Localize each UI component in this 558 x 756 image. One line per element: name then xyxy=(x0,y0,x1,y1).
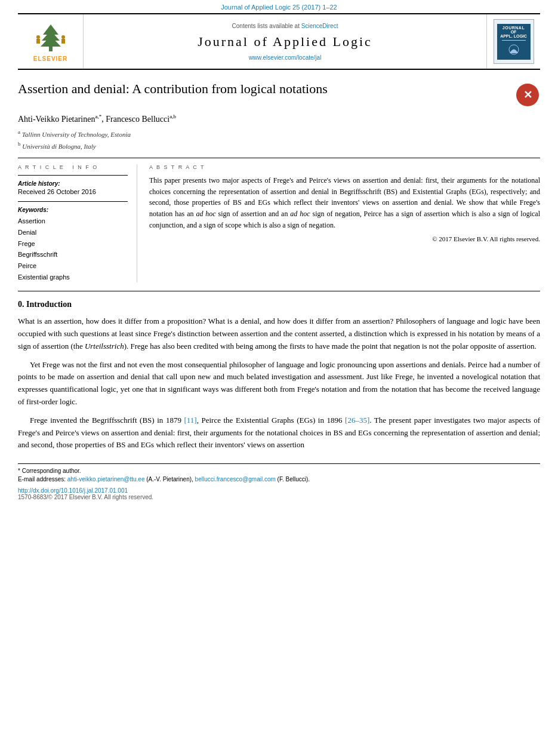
corresponding-author-note: * Corresponding author. xyxy=(18,468,540,474)
sciencedirect-link[interactable]: ScienceDirect xyxy=(301,23,338,29)
article-info-label: A R T I C L E I N F O xyxy=(18,164,128,170)
intro-para1: What is an assertion, how does it differ… xyxy=(18,315,540,352)
elsevier-logo: ELSEVIER xyxy=(30,21,72,62)
journal-title-header: Journal of Applied Logic xyxy=(198,34,372,50)
keyword-peirce: Peirce xyxy=(18,260,128,272)
abstract-text: This paper presents two major aspects of… xyxy=(149,175,540,231)
keywords-divider xyxy=(18,201,128,202)
author1-sup: a,* xyxy=(95,113,101,119)
article-title: Assertion and denial: A contribution fro… xyxy=(18,81,507,98)
intro-para2: Yet Frege was not the first and not even… xyxy=(18,359,540,408)
article-content: Assertion and denial: A contribution fro… xyxy=(0,70,558,500)
keywords-title: Keywords: xyxy=(18,207,128,213)
keywords-list: Assertion Denial Frege Begriffsschrift P… xyxy=(18,216,128,282)
received-date: Received 26 October 2016 xyxy=(18,188,128,195)
abstract-label: A B S T R A C T xyxy=(149,164,540,170)
journal-cover-section: JOURNAL OF APPL. LOGIC xyxy=(486,14,540,69)
copyright-line: © 2017 Elsevier B.V. All rights reserved… xyxy=(149,235,540,242)
email1[interactable]: ahti-veikko.pietarinen@ttu.ee xyxy=(67,476,145,483)
introduction-section: 0. Introduction What is an assertion, ho… xyxy=(18,300,540,451)
keyword-begriffsschrift: Begriffsschrift xyxy=(18,249,128,260)
affiliation-a: a Tallinn University of Technology, Esto… xyxy=(18,128,540,140)
keyword-denial: Denial xyxy=(18,227,128,238)
article-info-column: A R T I C L E I N F O Article history: R… xyxy=(18,164,137,282)
doi-rights-section: http://dx.doi.org/10.1016/j.jal.2017.01.… xyxy=(18,487,540,500)
author1-name: Ahti-Veikko Pietarinen xyxy=(18,115,95,124)
svg-point-4 xyxy=(36,35,40,39)
introduction-heading: 0. Introduction xyxy=(18,300,540,309)
ref-11[interactable]: [11] xyxy=(184,416,196,425)
svg-rect-5 xyxy=(36,39,40,44)
doi-url[interactable]: http://dx.doi.org/10.1016/j.jal.2017.01.… xyxy=(18,487,540,494)
article-title-section: Assertion and denial: A contribution fro… xyxy=(18,70,540,113)
email-addresses-note: E-mail addresses: ahti-veikko.pietarinen… xyxy=(18,476,540,483)
abstract-column: A B S T R A C T This paper presents two … xyxy=(149,164,540,282)
svg-rect-7 xyxy=(61,39,65,44)
email2[interactable]: bellucci.francesco@gmail.com xyxy=(195,476,276,483)
journal-url[interactable]: www.elsevier.com/locate/jal xyxy=(249,54,322,61)
crossmark-icon: ✕ xyxy=(516,84,539,106)
rights-statement: 1570-8683/© 2017 Elsevier B.V. All right… xyxy=(18,494,540,500)
sciencedirect-prefix: Contents lists available at xyxy=(232,23,300,29)
author2-sup: a,b xyxy=(169,113,176,119)
keyword-frege: Frege xyxy=(18,238,128,250)
article-history-title: Article history: xyxy=(18,180,128,187)
sciencedirect-line: Contents lists available at ScienceDirec… xyxy=(232,23,338,29)
divider-after-affiliations xyxy=(18,158,540,158)
crossmark-badge[interactable]: ✕ xyxy=(516,84,540,107)
elsevier-logo-section: ELSEVIER xyxy=(18,14,84,69)
svg-marker-3 xyxy=(41,36,61,47)
intro-para3: Frege invented the Begriffsschrift (BS) … xyxy=(18,414,540,451)
section-divider xyxy=(18,291,540,291)
affiliations: a Tallinn University of Technology, Esto… xyxy=(18,128,540,152)
affiliation-b: b Università di Bologna, Italy xyxy=(18,140,540,152)
keyword-assertion: Assertion xyxy=(18,216,128,227)
svg-point-6 xyxy=(61,35,65,39)
journal-citation: Journal of Applied Logic 25 (2017) 1–22 xyxy=(0,0,558,13)
elsevier-brand-text: ELSEVIER xyxy=(33,56,67,62)
email-label: E-mail addresses: xyxy=(18,476,66,483)
header-banner: ELSEVIER Contents lists available at Sci… xyxy=(18,13,540,70)
keyword-existential-graphs: Existential graphs xyxy=(18,272,128,283)
elsevier-tree-icon xyxy=(30,21,72,54)
author2-name: , Francesco Bellucci xyxy=(101,115,169,124)
info-abstract-columns: A R T I C L E I N F O Article history: R… xyxy=(18,164,540,282)
info-divider xyxy=(18,175,128,176)
footnote-section: * Corresponding author. E-mail addresses… xyxy=(18,463,540,483)
authors-line: Ahti-Veikko Pietarinena,*, Francesco Bel… xyxy=(18,113,540,124)
journal-cover-thumbnail: JOURNAL OF APPL. LOGIC xyxy=(494,19,534,64)
header-center: Contents lists available at ScienceDirec… xyxy=(84,14,486,69)
ref-26-35[interactable]: [26–35] xyxy=(345,416,369,425)
